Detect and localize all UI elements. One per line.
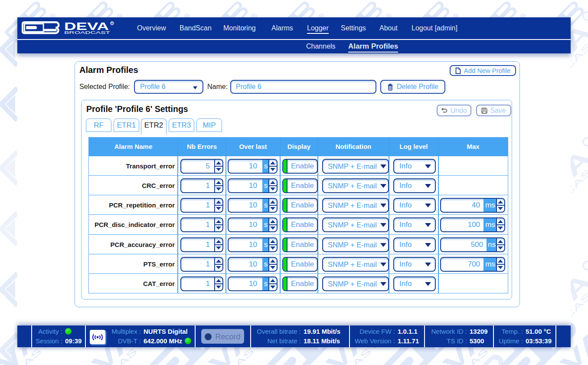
svg-text:BROADCAST: BROADCAST	[64, 30, 110, 35]
svg-text:R: R	[111, 22, 113, 25]
